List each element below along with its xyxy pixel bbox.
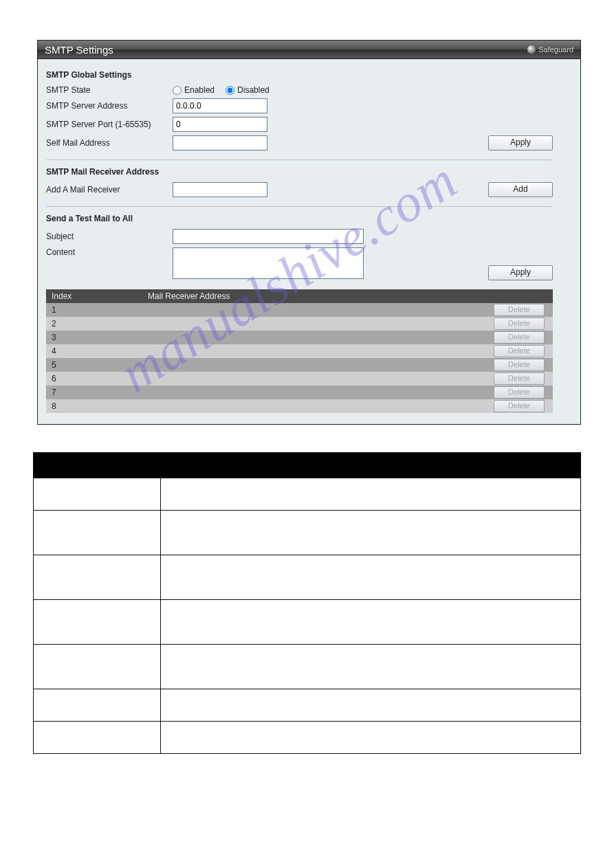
self-mail-address-label: Self Mail Address bbox=[46, 138, 173, 148]
receiver-table: Index Mail Receiver Address 1Delete2Dele… bbox=[46, 289, 553, 413]
test-subject-input[interactable] bbox=[173, 229, 364, 244]
doc-cell-param bbox=[34, 600, 161, 645]
row-index: 7 bbox=[46, 388, 148, 397]
smtp-state-disabled-radio[interactable] bbox=[226, 86, 234, 95]
row-index: 5 bbox=[46, 360, 148, 370]
test-mail-heading: Send a Test Mail to All bbox=[46, 214, 572, 223]
doc-table-header-a bbox=[34, 453, 161, 478]
test-content-label: Content bbox=[46, 247, 173, 257]
section-divider bbox=[46, 159, 553, 160]
doc-cell-desc bbox=[161, 645, 581, 689]
test-subject-label: Subject bbox=[46, 232, 173, 241]
delete-button[interactable]: Delete bbox=[494, 359, 545, 371]
row-index: 1 bbox=[46, 305, 148, 315]
table-row: 6Delete bbox=[46, 372, 553, 386]
col-index-header: Index bbox=[46, 291, 148, 301]
smtp-state-disabled-option[interactable]: Disabled bbox=[226, 85, 270, 95]
smtp-server-port-label: SMTP Server Port (1-65535) bbox=[46, 120, 173, 129]
table-row: 4Delete bbox=[46, 344, 553, 358]
self-mail-address-input[interactable] bbox=[173, 135, 267, 151]
col-address-header: Mail Receiver Address bbox=[148, 291, 494, 301]
doc-cell-desc bbox=[161, 600, 581, 645]
receiver-section-heading: SMTP Mail Receiver Address bbox=[46, 167, 572, 177]
doc-cell-desc bbox=[161, 722, 581, 754]
receiver-table-header: Index Mail Receiver Address bbox=[46, 289, 553, 303]
doc-cell-param bbox=[34, 645, 161, 689]
add-mail-receiver-label: Add A Mail Receiver bbox=[46, 185, 173, 194]
row-index: 3 bbox=[46, 333, 148, 342]
doc-cell-desc bbox=[161, 511, 581, 555]
doc-cell-desc bbox=[161, 555, 581, 600]
smtp-state-enabled-option[interactable]: Enabled bbox=[173, 85, 215, 95]
global-apply-button[interactable]: Apply bbox=[488, 135, 553, 151]
smtp-state-label: SMTP State bbox=[46, 85, 173, 95]
delete-button[interactable]: Delete bbox=[494, 400, 545, 412]
table-row: 5Delete bbox=[46, 358, 553, 372]
safeguard-indicator: Safeguard bbox=[527, 45, 573, 54]
smtp-state-disabled-text: Disabled bbox=[237, 85, 270, 95]
doc-cell-desc bbox=[161, 689, 581, 722]
smtp-server-address-label: SMTP Server Address bbox=[46, 101, 173, 111]
parameter-description-table bbox=[33, 452, 581, 754]
doc-cell-desc bbox=[161, 478, 581, 511]
delete-button[interactable]: Delete bbox=[494, 331, 545, 344]
test-content-textarea[interactable] bbox=[173, 247, 364, 279]
section-divider bbox=[46, 206, 553, 207]
table-row: 8Delete bbox=[46, 399, 553, 413]
add-receiver-button[interactable]: Add bbox=[488, 182, 553, 197]
row-index: 8 bbox=[46, 401, 148, 411]
smtp-state-enabled-text: Enabled bbox=[184, 85, 215, 95]
row-index: 4 bbox=[46, 346, 148, 356]
delete-button[interactable]: Delete bbox=[494, 386, 545, 399]
delete-button[interactable]: Delete bbox=[494, 304, 545, 316]
table-row: 3Delete bbox=[46, 331, 553, 344]
smtp-settings-panel: SMTP Settings Safeguard SMTP Global Sett… bbox=[37, 40, 581, 425]
doc-cell-param bbox=[34, 511, 161, 555]
doc-cell-param bbox=[34, 478, 161, 511]
delete-button[interactable]: Delete bbox=[494, 345, 545, 357]
delete-button[interactable]: Delete bbox=[494, 372, 545, 385]
delete-button[interactable]: Delete bbox=[494, 318, 545, 330]
safeguard-label: Safeguard bbox=[538, 45, 573, 54]
panel-title: SMTP Settings bbox=[45, 44, 113, 56]
table-row: 7Delete bbox=[46, 386, 553, 399]
doc-cell-param bbox=[34, 722, 161, 754]
smtp-state-enabled-radio[interactable] bbox=[173, 86, 182, 95]
test-apply-button[interactable]: Apply bbox=[488, 265, 553, 280]
global-settings-heading: SMTP Global Settings bbox=[46, 70, 572, 80]
row-index: 2 bbox=[46, 319, 148, 329]
smtp-server-address-input[interactable] bbox=[173, 98, 267, 113]
panel-titlebar: SMTP Settings Safeguard bbox=[38, 41, 580, 59]
row-index: 6 bbox=[46, 374, 148, 383]
table-row: 2Delete bbox=[46, 317, 553, 331]
doc-table-header-b bbox=[161, 453, 581, 478]
add-mail-receiver-input[interactable] bbox=[173, 182, 267, 197]
smtp-server-port-input[interactable] bbox=[173, 117, 267, 132]
doc-cell-param bbox=[34, 555, 161, 600]
safeguard-icon bbox=[527, 45, 536, 54]
doc-cell-param bbox=[34, 689, 161, 722]
table-row: 1Delete bbox=[46, 303, 553, 317]
